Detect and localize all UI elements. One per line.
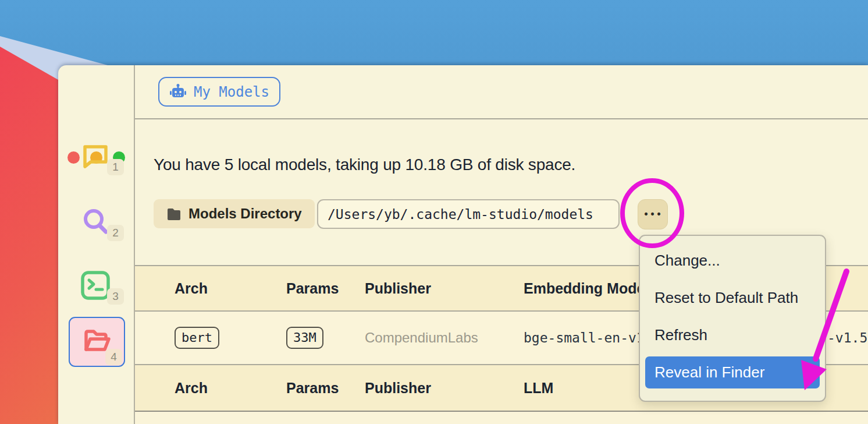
publisher-text: CompendiumLabs [365,330,478,346]
models-directory-path-input[interactable] [317,199,620,229]
models-directory-button[interactable]: Models Directory [154,199,315,228]
sidebar-item-my-models[interactable]: 4 [69,317,125,367]
chat-badge: 1 [107,159,124,175]
more-options-button[interactable]: ••• [638,199,668,229]
close-window-button[interactable] [67,151,80,164]
col-header-publisher: Publisher [365,380,431,397]
sidebar: 1 2 3 4 [58,65,135,424]
search-badge: 2 [107,225,124,241]
search-icon [80,207,111,237]
directory-context-menu: Change... Reset to Default Path Refresh … [639,235,826,402]
col-header-arch: Arch [175,280,208,297]
menu-item-refresh[interactable]: Refresh [645,316,820,354]
my-models-badge: 4 [105,349,122,365]
chat-icon [80,141,111,171]
top-bar: My Models [135,65,868,119]
models-summary-text: You have 5 local models, taking up 10.18… [154,156,575,174]
col-header-publisher: Publisher [365,280,431,297]
tab-my-models-label: My Models [194,84,269,100]
terminal-badge: 3 [107,288,124,305]
menu-item-reveal-in-finder[interactable]: Reveal in Finder [645,356,820,388]
arch-badge: bert [175,327,219,349]
menu-item-reset-default-path[interactable]: Reset to Default Path [645,279,820,316]
tab-my-models[interactable]: My Models [158,77,280,107]
col-header-arch: Arch [175,380,208,397]
col-header-llm: LLM [524,380,553,397]
model-name-fragment: -v1.5 [827,330,867,345]
params-badge: 33M [286,327,323,349]
models-directory-label: Models Directory [188,206,302,222]
col-header-embedding-model: Embedding Model [524,280,649,297]
col-header-params: Params [286,380,339,397]
col-header-params: Params [286,280,339,297]
robot-icon [169,83,187,101]
terminal-icon [80,270,111,301]
folder-small-icon [166,206,182,221]
next-row-partial [135,411,868,424]
menu-item-change[interactable]: Change... [645,242,820,279]
